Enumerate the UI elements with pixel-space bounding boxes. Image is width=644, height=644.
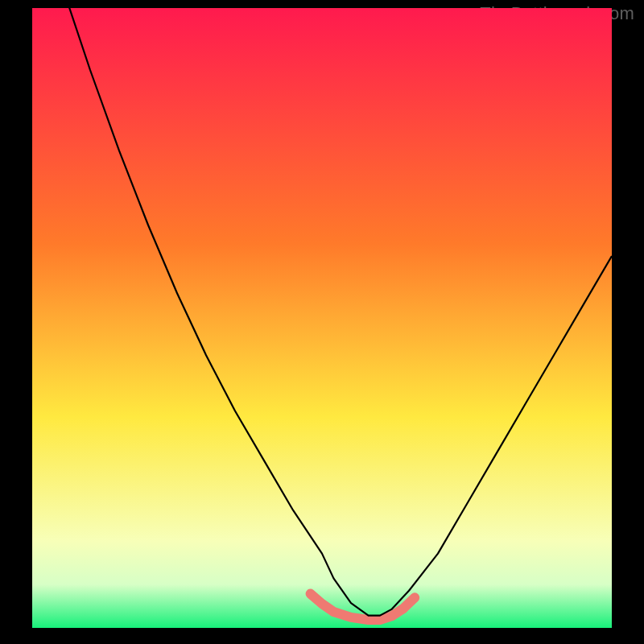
chart-frame: TheBottleneck.com — [0, 0, 644, 644]
bottleneck-plot — [32, 8, 612, 628]
gradient-background — [32, 8, 612, 628]
